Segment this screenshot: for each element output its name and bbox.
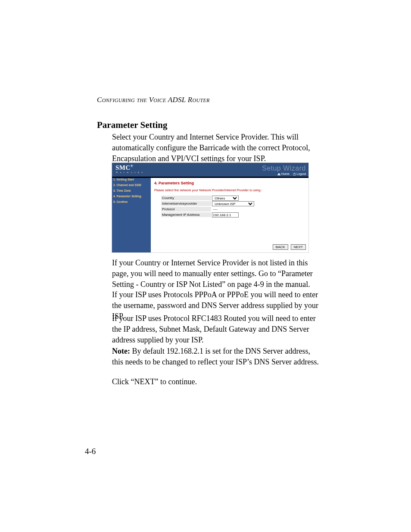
label-mgmt-ip: Management IP Address [161, 212, 211, 218]
home-icon [277, 173, 280, 176]
wizard-title: Setup Wizard [262, 165, 306, 172]
panel-title: 4. Parameters Setting [154, 181, 194, 185]
section-heading: Parameter Setting [97, 120, 167, 131]
home-link[interactable]: Home [281, 172, 290, 175]
parameters-form: Country Others Internetserviceprovider U… [161, 196, 254, 218]
next-button[interactable]: NEXT [291, 244, 306, 250]
back-button[interactable]: BACK [273, 244, 288, 250]
sidebar-item-4[interactable]: 4. Parameter Setting [112, 193, 151, 199]
note-label: Note: [112, 347, 130, 355]
page-number: 4-6 [85, 447, 96, 456]
content-strip [151, 177, 308, 178]
running-head: Configuring the Voice ADSL Router [97, 96, 210, 104]
note-body: By default 192.168.2.1 is set for the DN… [112, 347, 319, 366]
sidebar-strip [112, 177, 151, 178]
label-country: Country [161, 196, 211, 201]
sidebar-item-2[interactable]: 2. Channel and SSID [112, 182, 151, 188]
label-protocol: Protocol [161, 207, 211, 212]
row-protocol: Protocol ---- [161, 207, 254, 212]
manual-page: Configuring the Voice ADSL Router Parame… [0, 0, 411, 532]
row-isp: Internetserviceprovider Unknown ISP [161, 201, 254, 207]
logo-registered: ® [131, 164, 133, 168]
logout-link[interactable]: Logout [297, 172, 306, 175]
paragraph-intro: Select your Country and Internet Service… [112, 132, 323, 164]
wizard-buttons: BACK NEXT [272, 242, 306, 250]
select-country[interactable]: Others [212, 196, 239, 201]
paragraph-rfc1483: If your ISP uses Protocol RFC1483 Routed… [112, 313, 323, 345]
wizard-content: 4. Parameters Setting Please select the … [151, 177, 308, 252]
panel-subtitle: Please select the network your Network P… [154, 188, 262, 192]
note-block: Note: By default 192.168.2.1 is set for … [112, 346, 323, 367]
logout-icon [293, 173, 296, 176]
row-country: Country Others [161, 196, 254, 201]
input-mgmt-ip[interactable] [212, 212, 239, 218]
wizard-sidebar: 1. Getting Start 2. Channel and SSID 3. … [112, 177, 151, 252]
paragraph-clicknext: Click “NEXT” to continue. [112, 376, 197, 387]
smc-logo: SMC® [115, 164, 133, 171]
select-isp[interactable]: Unknown ISP [212, 201, 254, 206]
label-isp: Internetserviceprovider [161, 201, 211, 206]
topbar-links: Home Logout [277, 172, 306, 176]
row-mgmt-ip: Management IP Address [161, 212, 254, 218]
value-protocol: ---- [212, 207, 218, 212]
screenshot-topbar: SMC® N e t w o r k s Setup Wizard Home L… [112, 163, 308, 177]
running-head-text: Configuring the Voice ADSL Router [97, 96, 210, 104]
router-screenshot: SMC® N e t w o r k s Setup Wizard Home L… [112, 163, 308, 252]
logo-subtext: N e t w o r k s [116, 171, 143, 174]
sidebar-item-3[interactable]: 3. Time Zone [112, 188, 151, 193]
sidebar-item-5[interactable]: 5. Confirm [112, 199, 151, 205]
logo-text: SMC [115, 164, 131, 171]
paragraph-notlisted: If your Country or Internet Service Prov… [112, 258, 323, 289]
